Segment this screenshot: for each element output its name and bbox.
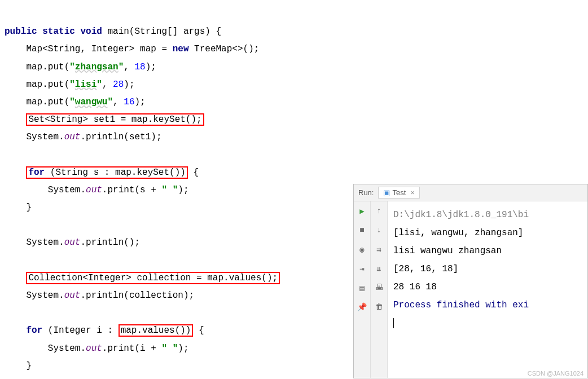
keyword-public: public xyxy=(5,27,37,37)
console-output[interactable]: D:\jdk1.8\jdk1.8.0_191\bi [lisi, wangwu,… xyxy=(388,201,587,378)
scroll-icon[interactable]: ⇊ xyxy=(374,263,384,274)
cursor xyxy=(393,318,394,328)
run-tab[interactable]: ▣ Test × xyxy=(378,187,419,199)
console-line: lisi wangwu zhangsan xyxy=(393,246,507,256)
param-name: args xyxy=(183,27,205,37)
down-arrow-icon[interactable]: ↓ xyxy=(374,225,384,235)
type-treemap: TreeMap<> xyxy=(194,44,243,54)
run-label: Run: xyxy=(358,188,374,197)
highlighted-map-values: map.values()) xyxy=(119,324,194,337)
console-line: [28, 16, 18] xyxy=(393,264,458,274)
trash-icon[interactable]: 🗑 xyxy=(374,302,384,312)
console-line: 28 16 18 xyxy=(393,282,442,292)
run-header: Run: ▣ Test × xyxy=(354,184,587,201)
run-toolbar-right: ↑ ↓ ⇉ ⇊ 🖶 🗑 xyxy=(371,201,388,378)
watermark: CSDN @JANG1024 xyxy=(528,370,583,377)
camera-icon[interactable]: ◉ xyxy=(357,244,367,254)
run-tool-window: Run: ▣ Test × ▶ ■ ◉ ⇥ ▤ 📌 ↑ ↓ ⇉ ⇊ 🖶 🗑 D:… xyxy=(353,184,588,378)
keyword-new: new xyxy=(173,44,189,54)
run-toolbar-left: ▶ ■ ◉ ⇥ ▤ 📌 xyxy=(354,201,371,378)
up-arrow-icon[interactable]: ↑ xyxy=(374,206,384,216)
close-icon[interactable]: × xyxy=(410,188,415,197)
app-icon: ▣ xyxy=(383,188,390,197)
highlighted-set-declaration: Set<String> set1 = map.keySet(); xyxy=(26,113,204,126)
highlighted-for-header: for (String s : map.keySet()) xyxy=(26,166,187,179)
wrap-icon[interactable]: ⇉ xyxy=(374,244,384,254)
type-map: Map<String, Integer> xyxy=(26,44,134,54)
run-icon[interactable]: ▶ xyxy=(357,206,367,216)
print-icon[interactable]: 🖶 xyxy=(374,283,384,293)
string-literal: "zhangsan" xyxy=(69,62,124,72)
highlighted-collection-declaration: Collection<Integer> collection = map.val… xyxy=(26,272,280,284)
stop-icon[interactable]: ■ xyxy=(357,225,367,235)
method-name: main xyxy=(107,27,129,37)
run-tab-name: Test xyxy=(392,188,406,197)
field-out: out xyxy=(64,132,81,142)
pin-icon[interactable]: 📌 xyxy=(357,302,367,312)
string-literal: "lisi" xyxy=(69,80,102,90)
console-exit-line: Process finished with exi xyxy=(393,300,529,310)
string-literal: "wangwu" xyxy=(69,97,113,107)
keyword-static: static xyxy=(42,27,75,37)
export-icon[interactable]: ⇥ xyxy=(357,263,367,274)
param-type: String[] xyxy=(134,27,178,37)
console-path: D:\jdk1.8\jdk1.8.0_191\bi xyxy=(393,210,529,220)
var-map: map xyxy=(140,44,156,54)
console-line: [lisi, wangwu, zhangsan] xyxy=(393,228,523,238)
keyword-void: void xyxy=(80,27,102,37)
layout-icon[interactable]: ▤ xyxy=(357,283,367,293)
